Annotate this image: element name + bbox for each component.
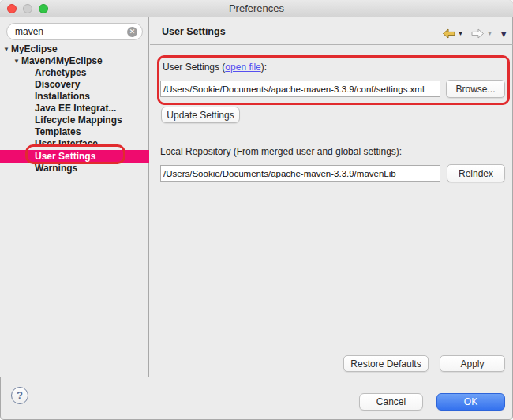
user-settings-field-label: User Settings (open file):	[163, 62, 267, 73]
tree-item-lifecycle-mappings[interactable]: Lifecycle Mappings	[0, 114, 149, 126]
browse-button[interactable]: Browse...	[446, 80, 505, 98]
minimize-button[interactable]	[23, 4, 32, 13]
reindex-button[interactable]: Reindex	[447, 164, 505, 182]
tree-item-label: Lifecycle Mappings	[35, 114, 122, 126]
tree-item-user-settings[interactable]: User Settings	[0, 150, 149, 163]
preferences-window: Preferences ✕ ▼MyEclipse ▼Maven4MyEclips…	[0, 0, 513, 420]
zoom-button[interactable]	[39, 4, 48, 13]
tree-item-maven4myeclipse[interactable]: ▼Maven4MyEclipse	[0, 55, 149, 67]
tree-item-label: User Settings	[35, 151, 95, 162]
tree-item-java-ee-integration[interactable]: Java EE Integrat...	[0, 103, 149, 114]
titlebar: Preferences	[0, 0, 513, 17]
open-file-link[interactable]: open file	[225, 62, 260, 73]
header-divider	[150, 44, 513, 45]
forward-history-dropdown-icon[interactable]: ▾	[488, 30, 491, 37]
preferences-tree: ▼MyEclipse ▼Maven4MyEclipse Archetypes D…	[0, 43, 149, 174]
expand-caret-icon[interactable]: ▼	[13, 55, 20, 67]
tree-item-label: Maven4MyEclipse	[21, 55, 103, 66]
tree-item-label: Installations	[35, 91, 90, 102]
search-input[interactable]	[15, 24, 125, 39]
tree-item-templates[interactable]: Templates	[0, 126, 149, 138]
restore-defaults-button[interactable]: Restore Defaults	[343, 355, 429, 372]
user-settings-path-input[interactable]	[160, 81, 440, 97]
close-button[interactable]	[7, 4, 17, 13]
label-text: User Settings (	[163, 62, 225, 73]
tree-item-label: Archetypes	[35, 67, 86, 78]
page-title: User Settings	[162, 26, 226, 37]
tree-item-label: Warnings	[35, 163, 77, 174]
footer-divider	[0, 377, 513, 377]
tree-item-discovery[interactable]: Discovery	[0, 79, 149, 91]
view-menu-icon[interactable]: ▼	[500, 29, 508, 39]
local-repository-label: Local Repository (From merged user and g…	[160, 146, 402, 157]
clear-search-icon[interactable]: ✕	[127, 27, 137, 37]
tree-item-label: MyEclipse	[11, 43, 58, 54]
tree-item-archetypes[interactable]: Archetypes	[0, 67, 149, 79]
apply-button[interactable]: Apply	[440, 355, 505, 372]
tree-item-label: User Interface	[35, 138, 98, 149]
history-nav: ▾ ▾ ▼	[442, 26, 508, 39]
cancel-button[interactable]: Cancel	[359, 393, 423, 411]
back-arrow-icon[interactable]	[442, 26, 455, 39]
back-history-dropdown-icon[interactable]: ▾	[459, 30, 462, 37]
local-repository-path-input[interactable]	[160, 165, 440, 182]
update-settings-button[interactable]: Update Settings	[161, 107, 240, 123]
window-title: Preferences	[0, 0, 513, 17]
tree-item-label: Discovery	[35, 79, 80, 90]
tree-item-myeclipse[interactable]: ▼MyEclipse	[0, 43, 149, 55]
tree-item-warnings[interactable]: Warnings	[0, 163, 149, 174]
ok-button[interactable]: OK	[436, 393, 505, 411]
forward-arrow-icon[interactable]	[471, 26, 485, 39]
filter-search-box[interactable]: ✕	[6, 23, 143, 40]
tree-item-installations[interactable]: Installations	[0, 91, 149, 103]
help-button[interactable]: ?	[11, 387, 28, 404]
tree-item-label: Templates	[35, 126, 81, 137]
sidebar: ✕ ▼MyEclipse ▼Maven4MyEclipse Archetypes…	[0, 17, 149, 377]
tree-item-user-interface[interactable]: User Interface	[0, 138, 149, 150]
traffic-lights	[7, 4, 48, 13]
label-text: ):	[261, 62, 267, 73]
expand-caret-icon[interactable]: ▼	[3, 43, 9, 55]
tree-item-label: Java EE Integrat...	[35, 103, 116, 114]
